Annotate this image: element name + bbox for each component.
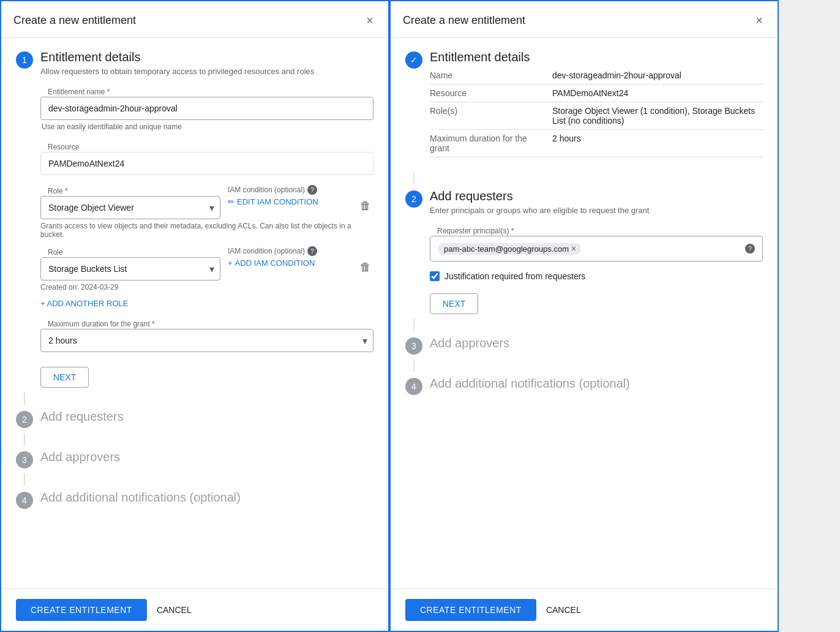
left-panel-header: Create a new entitlement × <box>1 1 388 38</box>
summary-row-label: Maximum duration for the grant <box>430 130 552 157</box>
summary-row-label: Role(s) <box>430 102 552 130</box>
left-panel: Create a new entitlement × 1 Entitlement… <box>0 0 389 632</box>
right-connector-3-4 <box>413 359 414 372</box>
left-step1-subtitle: Allow requesters to obtain temporary acc… <box>40 67 373 76</box>
right-panel-header: Create a new entitlement × <box>391 1 778 38</box>
requester-input-container[interactable]: pam-abc-team@googlegroups.com × ? <box>430 236 763 261</box>
left-step1-number: 1 <box>16 51 33 69</box>
right-step1: ✓ Entitlement details Namedev-storageadm… <box>405 50 763 167</box>
right-step2-subtitle: Enter principals or groups who are eligi… <box>430 206 763 215</box>
right-step2-number: 2 <box>405 190 422 208</box>
add-iam-condition-button[interactable]: + ADD IAM CONDITION <box>228 258 315 268</box>
left-step4-title: Add additional notifications (optional) <box>40 491 373 505</box>
role1-iam-wrap: IAM condition (optional) ? ✏ EDIT IAM CO… <box>228 185 350 206</box>
left-step3-number: 3 <box>16 451 33 468</box>
justification-row: Justification required from requesters <box>430 271 763 281</box>
left-panel-title: Create a new entitlement <box>13 14 136 27</box>
role1-iam-label: IAM condition (optional) ? <box>228 185 317 195</box>
role1-select-container: Storage Object Viewer <box>40 196 220 219</box>
left-step1-content: Entitlement details Allow requesters to … <box>40 50 373 388</box>
role1-iam-help-icon[interactable]: ? <box>307 185 317 195</box>
left-connector-1-2 <box>24 393 25 405</box>
chip-remove-button[interactable]: × <box>571 244 576 253</box>
left-cancel-button[interactable]: CANCEL <box>157 605 192 615</box>
left-step1-title: Entitlement details <box>40 50 373 64</box>
right-step4-number: 4 <box>405 378 422 395</box>
justification-label: Justification required from requesters <box>444 271 585 281</box>
left-create-entitlement-button[interactable]: CREATE ENTITLEMENT <box>16 599 147 621</box>
role1-select[interactable]: Storage Object Viewer <box>40 196 220 219</box>
right-connector-1-2 <box>413 172 414 184</box>
left-connector-3-4 <box>24 473 25 486</box>
left-panel-footer: CREATE ENTITLEMENT CANCEL <box>1 589 388 631</box>
role2-iam-help-icon[interactable]: ? <box>307 246 317 256</box>
right-panel-body: ✓ Entitlement details Namedev-storageadm… <box>391 38 778 589</box>
role2-select[interactable]: Storage Buckets List <box>40 257 220 280</box>
left-step1: 1 Entitlement details Allow requesters t… <box>16 50 373 388</box>
left-step3-title: Add approvers <box>40 450 373 464</box>
entitlement-name-group: Entitlement name * Use an easily identif… <box>40 86 373 131</box>
summary-row-value: PAMDemoAtNext24 <box>552 85 763 102</box>
right-step4-content: Add additional notifications (optional) <box>430 377 763 391</box>
left-step3: 3 Add approvers <box>16 450 373 468</box>
checkmark-icon: ✓ <box>410 55 418 65</box>
right-step3-title: Add approvers <box>430 336 763 350</box>
requester-group: Requester principal(s) * pam-abc-team@go… <box>430 225 763 261</box>
left-panel-body: 1 Entitlement details Allow requesters t… <box>1 38 388 589</box>
summary-row: Role(s)Storage Object Viewer (1 conditio… <box>430 102 763 130</box>
left-step4-number: 4 <box>16 492 33 509</box>
right-step2-next-button[interactable]: NEXT <box>430 293 478 314</box>
left-step4-content: Add additional notifications (optional) <box>40 491 373 505</box>
max-duration-label: Maximum duration for the grant * <box>45 320 157 328</box>
right-cancel-button[interactable]: CANCEL <box>546 605 581 615</box>
right-step1-summary-table: Namedev-storageadmin-2hour-approvalResou… <box>430 67 763 157</box>
resource-label: Resource <box>45 143 81 151</box>
right-panel-title: Create a new entitlement <box>403 14 525 27</box>
role2-select-container: Storage Buckets List <box>40 257 220 280</box>
role1-select-wrap: Role * Storage Object Viewer <box>40 185 220 219</box>
left-step3-content: Add approvers <box>40 450 373 464</box>
right-create-entitlement-button[interactable]: CREATE ENTITLEMENT <box>405 599 536 621</box>
left-panel-close-button[interactable]: × <box>364 11 376 30</box>
requester-help-icon[interactable]: ? <box>745 244 755 254</box>
role2-iam-wrap: IAM condition (optional) ? + ADD IAM CON… <box>228 246 350 268</box>
left-step4: 4 Add additional notifications (optional… <box>16 491 373 509</box>
left-step1-next-button[interactable]: NEXT <box>40 367 89 388</box>
max-duration-select-container: 2 hours <box>40 329 373 352</box>
role2-select-wrap: Role Storage Buckets List <box>40 246 220 280</box>
edit-iam-condition-button[interactable]: ✏ EDIT IAM CONDITION <box>228 197 318 206</box>
role1-delete-button[interactable]: 🗑 <box>358 197 373 215</box>
summary-row-label: Resource <box>430 85 552 102</box>
summary-row-value: dev-storageadmin-2hour-approval <box>552 67 763 85</box>
summary-row: Namedev-storageadmin-2hour-approval <box>430 67 763 85</box>
right-step1-number: ✓ <box>405 51 422 69</box>
right-panel-close-button[interactable]: × <box>753 11 765 30</box>
add-another-role-button[interactable]: + ADD ANOTHER ROLE <box>40 299 128 308</box>
summary-row-value: Storage Object Viewer (1 condition), Sto… <box>552 102 763 130</box>
entitlement-name-label: Entitlement name * <box>45 88 112 96</box>
left-step2-number: 2 <box>16 411 33 428</box>
left-step2-title: Add requesters <box>40 410 373 424</box>
right-panel: Create a new entitlement × ✓ Entitlement… <box>389 0 779 632</box>
role2-row: Role Storage Buckets List IAM condition … <box>40 246 373 280</box>
right-step3-number: 3 <box>405 337 422 355</box>
right-connector-2-3 <box>413 319 414 331</box>
right-step3-content: Add approvers <box>430 336 763 350</box>
justification-checkbox[interactable] <box>430 271 440 281</box>
role1-label: Role * <box>45 187 70 195</box>
max-duration-select[interactable]: 2 hours <box>40 329 373 352</box>
role2-label: Role <box>45 248 66 257</box>
right-step1-title: Entitlement details <box>430 50 763 64</box>
role1-row: Role * Storage Object Viewer IAM conditi… <box>40 185 373 219</box>
right-step2: 2 Add requesters Enter principals or gro… <box>405 189 763 314</box>
role2-iam-label: IAM condition (optional) ? <box>228 246 317 256</box>
right-step4-optional: (optional) <box>579 377 630 390</box>
right-panel-footer: CREATE ENTITLEMENT CANCEL <box>391 589 778 631</box>
requester-label: Requester principal(s) * <box>435 227 516 235</box>
role2-delete-button[interactable]: 🗑 <box>358 258 373 276</box>
max-duration-group: Maximum duration for the grant * 2 hours <box>40 318 373 352</box>
plus-icon: + <box>228 258 233 268</box>
entitlement-name-input[interactable] <box>40 97 373 120</box>
pencil-icon: ✏ <box>228 197 234 206</box>
summary-row-value: 2 hours <box>552 130 763 157</box>
